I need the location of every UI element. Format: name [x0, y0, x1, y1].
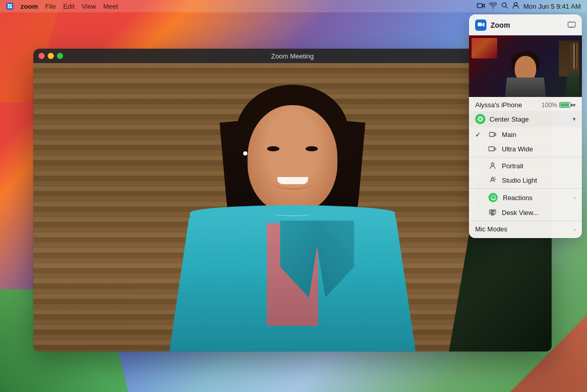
main-person [113, 80, 472, 351]
device-chevron-icon[interactable]: ▾ [573, 102, 576, 109]
camera-menu-icon[interactable] [477, 3, 485, 10]
desk-view-label: Desk View... [502, 209, 576, 217]
menu-divider-2 [469, 188, 582, 189]
desk-view-menu-item[interactable]: Desk View... [469, 205, 582, 220]
wall-art [472, 38, 497, 58]
svg-rect-2 [8, 7, 9, 8]
search-icon[interactable] [501, 2, 508, 10]
camera-ultrawide-option[interactable]: Ultra Wide [469, 142, 582, 156]
svg-rect-0 [8, 4, 10, 6]
ultrawide-option-label: Ultra Wide [502, 145, 576, 153]
battery-fill [560, 103, 569, 107]
center-stage-icon [475, 114, 485, 124]
svg-point-28 [492, 197, 493, 197]
mic-modes-row[interactable]: Mic Modes › [469, 222, 582, 238]
svg-rect-4 [477, 4, 482, 8]
portrait-label: Portrait [502, 162, 576, 170]
menubar-meet[interactable]: Meet [103, 3, 118, 10]
svg-rect-18 [478, 23, 482, 26]
window-title: Zoom Meeting [271, 52, 314, 60]
menubar-app-name[interactable]: zoom [21, 3, 38, 10]
svg-point-29 [494, 197, 494, 197]
battery-percentage: 100% [541, 102, 557, 109]
face [248, 105, 338, 213]
zoom-header-left: Zoom [475, 19, 510, 31]
svg-point-5 [478, 4, 479, 5]
menubar-edit[interactable]: Edit [63, 3, 74, 10]
battery-row: 100% ▾ [541, 102, 576, 109]
menubar-file[interactable]: File [45, 3, 56, 10]
main-camera-icon [488, 130, 497, 139]
reactions-icon [488, 193, 498, 202]
studio-light-label: Studio Light [502, 177, 576, 184]
device-name: Alyssa's iPhone [475, 101, 522, 109]
svg-rect-1 [10, 4, 12, 6]
window-close-button[interactable] [38, 53, 45, 59]
studio-light-icon [488, 176, 497, 184]
reactions-menu-item[interactable]: Reactions › [469, 190, 582, 205]
zoom-app-name-label: Zoom [491, 21, 510, 29]
center-stage-row[interactable]: Center Stage ▾ [469, 111, 582, 127]
device-row: Alyssa's iPhone 100% ▾ [469, 97, 582, 111]
svg-point-22 [479, 117, 482, 121]
menubar-time: Mon Jun 5 9:41 AM [523, 3, 581, 10]
menubar-view[interactable]: View [82, 3, 96, 10]
svg-point-25 [492, 163, 494, 166]
window-controls [38, 53, 63, 59]
screen-share-icon[interactable] [568, 21, 576, 29]
thumb-person [502, 51, 549, 97]
reactions-arrow-icon: › [574, 194, 576, 201]
center-stage-label: Center Stage [490, 115, 529, 123]
center-stage-left: Center Stage [475, 114, 529, 124]
zoom-panel-header: Zoom [469, 14, 582, 35]
camera-main-option[interactable]: ✓ Main [469, 127, 582, 142]
battery-icon [559, 102, 571, 108]
reactions-label: Reactions [503, 194, 569, 202]
desk-view-icon [488, 208, 497, 217]
studio-light-menu-item[interactable]: Studio Light [469, 173, 582, 187]
thumb-plant [566, 71, 579, 97]
svg-line-7 [506, 7, 507, 8]
menu-divider-3 [469, 221, 582, 221]
zoom-logo [475, 19, 486, 31]
menubar-left: zoom File Edit View Meet [6, 3, 118, 10]
window-maximize-button[interactable] [57, 53, 63, 59]
menubar-right: Mon Jun 5 9:41 AM [477, 2, 581, 10]
menubar: zoom File Edit View Meet [0, 0, 587, 12]
center-stage-chevron-icon[interactable]: ▾ [573, 115, 576, 123]
checkmark-icon: ✓ [475, 131, 483, 139]
portrait-icon [488, 162, 497, 170]
svg-point-8 [514, 3, 517, 6]
wifi-icon [489, 3, 497, 10]
svg-rect-3 [10, 6, 12, 8]
zoom-panel: Zoom [469, 14, 582, 238]
menu-divider-1 [469, 157, 582, 158]
necklace [272, 212, 313, 216]
main-option-label: Main [502, 131, 576, 139]
zoom-menu-icon[interactable] [6, 3, 13, 10]
svg-point-6 [502, 3, 506, 7]
user-icon[interactable] [512, 2, 519, 10]
thumbnail-video [469, 35, 582, 97]
bookshelf-spine-3 [570, 43, 572, 64]
bookshelf-spine-2 [573, 43, 575, 69]
ultrawide-camera-icon [488, 145, 497, 153]
mic-modes-label: Mic Modes [475, 225, 507, 233]
mic-modes-arrow-icon: › [574, 226, 576, 232]
portrait-menu-item[interactable]: Portrait [469, 159, 582, 173]
svg-point-24 [494, 148, 496, 150]
window-minimize-button[interactable] [48, 53, 54, 59]
earring [243, 151, 247, 155]
desktop: zoom File Edit View Meet [0, 0, 587, 392]
bookshelf-spine-1 [576, 43, 578, 69]
